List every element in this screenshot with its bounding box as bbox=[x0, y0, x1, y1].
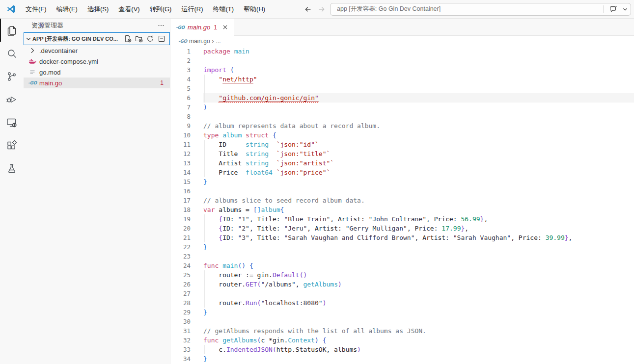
activity-item-source-control[interactable] bbox=[0, 65, 24, 88]
code-line-10: 10type album struct { bbox=[171, 130, 634, 140]
go-file-icon: GO bbox=[176, 25, 185, 30]
menu-item-0[interactable]: 文件(F) bbox=[21, 3, 52, 16]
tab-main-go[interactable]: GO main.go 1 bbox=[171, 19, 234, 36]
refresh-icon[interactable] bbox=[145, 34, 155, 44]
activity-item-search[interactable] bbox=[0, 42, 24, 65]
line-content: package main bbox=[203, 47, 634, 56]
code-line-20: 20 {ID: "2", Title: "Jeru", Artist: "Ger… bbox=[171, 224, 634, 233]
code-line-16: 16 bbox=[171, 186, 634, 196]
code-line-28: 28 router.Run("localhost:8080") bbox=[171, 298, 634, 308]
code-editor[interactable]: 1package main23import (4 "net/http"56 "g… bbox=[171, 47, 634, 364]
menu-item-1[interactable]: 编辑(E) bbox=[52, 3, 83, 16]
sidebar-title: 资源管理器 bbox=[31, 21, 63, 30]
copilot-chat-icon[interactable] bbox=[607, 5, 620, 14]
command-center[interactable]: app [开发容器: Go Gin Dev Container] bbox=[330, 3, 631, 16]
activity-item-run-debug[interactable] bbox=[0, 88, 24, 111]
tree-item-go.mod[interactable]: go.mod bbox=[24, 67, 170, 78]
file-name: .devcontainer bbox=[39, 47, 78, 54]
code-line-31: 31// getAlbums responds with the list of… bbox=[171, 326, 634, 336]
line-number: 9 bbox=[171, 121, 191, 130]
code-line-12: 12 Title string `json:"title"` bbox=[171, 149, 634, 158]
more-actions-icon[interactable] bbox=[157, 22, 165, 29]
line-content: func getAlbums(c *gin.Context) { bbox=[203, 336, 634, 345]
line-content bbox=[203, 289, 634, 298]
line-number: 25 bbox=[171, 270, 191, 280]
activity-item-explorer[interactable] bbox=[0, 19, 24, 42]
line-content: router.GET("/albums", getAlbums) bbox=[203, 280, 634, 289]
line-number: 31 bbox=[171, 326, 191, 336]
activity-item-extensions[interactable] bbox=[0, 134, 24, 157]
line-number: 7 bbox=[171, 103, 191, 112]
line-number: 33 bbox=[171, 345, 191, 354]
menu-item-4[interactable]: 转到(G) bbox=[145, 3, 177, 16]
chevron-down-icon[interactable] bbox=[25, 35, 32, 42]
line-content bbox=[203, 112, 634, 121]
code-line-5: 5 bbox=[171, 84, 634, 93]
file-name: main.go bbox=[39, 79, 62, 87]
code-line-27: 27 bbox=[171, 289, 634, 298]
line-content: // getAlbums responds with the list of a… bbox=[203, 326, 634, 336]
new-folder-icon[interactable] bbox=[134, 34, 144, 44]
menu-item-3[interactable]: 查看(V) bbox=[113, 3, 144, 16]
line-content: c.IndentedJSON(http.StatusOK, albums) bbox=[203, 345, 634, 354]
breadcrumb-file[interactable]: main.go bbox=[189, 38, 210, 45]
activity-item-testing[interactable] bbox=[0, 157, 24, 180]
line-number: 26 bbox=[171, 280, 191, 289]
code-line-14: 14 Price float64 `json:"price"` bbox=[171, 168, 634, 177]
close-icon[interactable] bbox=[221, 24, 229, 31]
code-line-23: 23 bbox=[171, 252, 634, 261]
line-number: 11 bbox=[171, 140, 191, 149]
search-icon bbox=[6, 48, 18, 59]
line-number: 3 bbox=[171, 65, 191, 75]
forward-arrow-icon[interactable] bbox=[315, 3, 328, 16]
tree-item-main.go[interactable]: GOmain.go1 bbox=[24, 78, 170, 88]
code-line-13: 13 Artist string `json:"artist"` bbox=[171, 158, 634, 168]
menu-item-2[interactable]: 选择(S) bbox=[83, 3, 113, 16]
code-line-26: 26 router.GET("/albums", getAlbums) bbox=[171, 280, 634, 289]
go-icon: GO bbox=[28, 79, 37, 87]
line-content: import ( bbox=[203, 65, 634, 75]
workspace-section-header[interactable]: APP [开发容器: GO GIN DEV CO... bbox=[24, 32, 170, 45]
menu-item-6[interactable]: 终端(T) bbox=[208, 3, 239, 16]
line-number: 18 bbox=[171, 205, 191, 214]
code-line-8: 8 bbox=[171, 112, 634, 121]
code-line-34: 34} bbox=[171, 354, 634, 364]
code-line-29: 29} bbox=[171, 308, 634, 317]
line-number: 6 bbox=[171, 93, 191, 103]
tree-item-.devcontainer[interactable]: .devcontainer bbox=[24, 45, 170, 56]
line-content: {ID: "1", Title: "Blue Train", Artist: "… bbox=[203, 214, 634, 224]
chevron-right-icon bbox=[28, 47, 37, 54]
extensions-icon bbox=[6, 140, 18, 152]
line-number: 16 bbox=[171, 186, 191, 196]
tree-item-docker-compose.yml[interactable]: docker-compose.yml bbox=[24, 56, 170, 67]
gomod-icon bbox=[28, 68, 37, 76]
menu-item-7[interactable]: 帮助(H) bbox=[239, 3, 270, 16]
command-center-divider bbox=[603, 5, 604, 13]
menu-item-5[interactable]: 运行(R) bbox=[176, 3, 208, 16]
line-number: 15 bbox=[171, 177, 191, 186]
section-actions bbox=[123, 34, 166, 44]
go-file-icon: GO bbox=[178, 39, 187, 44]
line-content: "net/http" bbox=[203, 75, 634, 84]
menu-bar: 文件(F)编辑(E)选择(S)查看(V)转到(G)运行(R)终端(T)帮助(H) bbox=[21, 3, 270, 16]
code-line-21: 21 {ID: "3", Title: "Sarah Vaughan and C… bbox=[171, 233, 634, 242]
line-content: {ID: "3", Title: "Sarah Vaughan and Clif… bbox=[203, 233, 634, 242]
back-arrow-icon[interactable] bbox=[302, 3, 314, 16]
line-content bbox=[203, 317, 634, 326]
tab-error-badge: 1 bbox=[214, 24, 217, 31]
line-number: 8 bbox=[171, 112, 191, 121]
chat-dropdown-chevron-icon[interactable] bbox=[620, 6, 631, 13]
new-file-icon[interactable] bbox=[123, 34, 133, 44]
remote-explorer-icon bbox=[6, 117, 18, 129]
breadcrumb-tail[interactable]: ... bbox=[216, 38, 221, 45]
sidebar-header: 资源管理器 bbox=[24, 19, 170, 32]
collapse-all-icon[interactable] bbox=[157, 34, 166, 44]
activity-item-remote-explorer[interactable] bbox=[0, 111, 24, 134]
line-number: 14 bbox=[171, 168, 191, 177]
docker-icon bbox=[28, 57, 37, 65]
tab-bar: GO main.go 1 bbox=[171, 19, 634, 36]
line-number: 29 bbox=[171, 308, 191, 317]
code-line-25: 25 router := gin.Default() bbox=[171, 270, 634, 280]
problem-badge: 1 bbox=[160, 79, 164, 86]
line-content: {ID: "2", Title: "Jeru", Artist: "Gerry … bbox=[203, 224, 634, 233]
